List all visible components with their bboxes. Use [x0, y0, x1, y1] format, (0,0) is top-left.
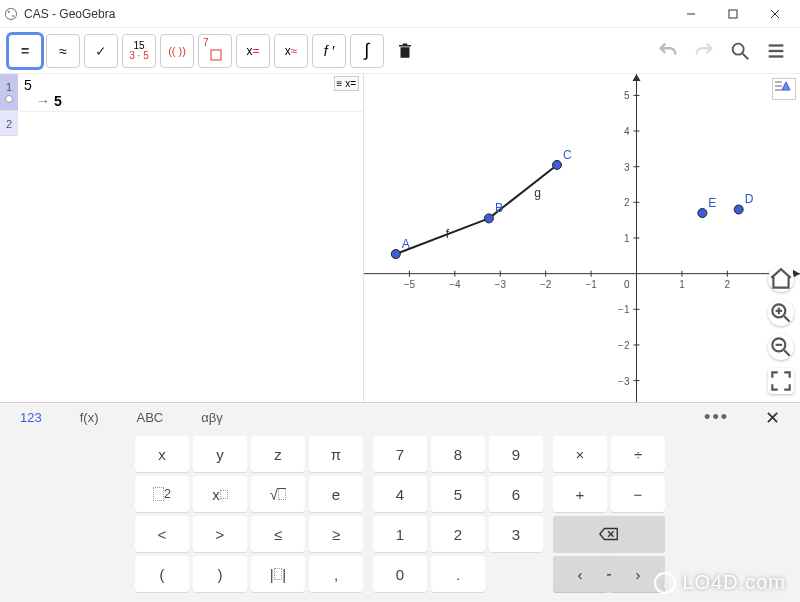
redo-button[interactable] [688, 35, 720, 67]
key-e[interactable]: e [309, 476, 363, 512]
svg-text:g: g [534, 186, 541, 200]
toolbar: = ≈ ✓ 15 3 · 5 (( )) 7 x= x≈ f ′ ∫ [0, 28, 800, 74]
cas-cell[interactable] [18, 112, 363, 136]
key-1[interactable]: 1 [373, 516, 427, 552]
maximize-button[interactable] [712, 0, 754, 28]
svg-text:1: 1 [679, 279, 685, 290]
cas-options-button[interactable]: ≡ x= [334, 76, 359, 91]
zoom-out-button[interactable] [768, 334, 794, 360]
key-⬚²[interactable]: 2 [135, 476, 189, 512]
substitute-button[interactable]: 7 [198, 34, 232, 68]
key-≥[interactable]: ≥ [309, 516, 363, 552]
undo-button[interactable] [652, 35, 684, 67]
approx-button[interactable]: ≈ [46, 34, 80, 68]
search-button[interactable] [724, 35, 756, 67]
svg-point-66 [698, 209, 707, 218]
key-left[interactable]: ‹ [553, 556, 607, 592]
key-backspace[interactable] [553, 516, 665, 552]
cas-visibility-toggle[interactable] [5, 95, 13, 103]
key-x[interactable]: x [135, 436, 189, 472]
key-5[interactable]: 5 [431, 476, 485, 512]
graph-style-button[interactable] [772, 78, 796, 100]
cas-row-number[interactable]: 1 [0, 74, 18, 111]
minimize-button[interactable] [670, 0, 712, 28]
kb-tab-fx[interactable]: f(x) [70, 404, 109, 431]
key-right[interactable]: › [611, 556, 665, 592]
graph-panel[interactable]: −5−4−3−2−1123−3−2−1123450fgABCDE [364, 74, 800, 402]
key-y[interactable]: y [193, 436, 247, 472]
kb-close-button[interactable]: ✕ [755, 407, 790, 429]
key-z[interactable]: z [251, 436, 305, 472]
titlebar: CAS - GeoGebra [0, 0, 800, 28]
key-+[interactable]: + [553, 476, 607, 512]
svg-marker-19 [793, 270, 800, 278]
key-4[interactable]: 4 [373, 476, 427, 512]
key-|⬚|[interactable]: | | [251, 556, 305, 592]
kb-more-button[interactable]: ••• [696, 407, 737, 428]
svg-point-60 [484, 214, 493, 223]
graph-canvas[interactable]: −5−4−3−2−1123−3−2−1123450fgABCDE [364, 74, 800, 402]
svg-rect-7 [211, 50, 221, 60]
key-6[interactable]: 6 [489, 476, 543, 512]
svg-text:C: C [563, 148, 572, 162]
fullscreen-button[interactable] [768, 368, 794, 394]
svg-text:4: 4 [624, 126, 630, 137]
key-xʸ[interactable]: x [193, 476, 247, 512]
key-×[interactable]: × [553, 436, 607, 472]
window-title: CAS - GeoGebra [24, 7, 115, 21]
key-8[interactable]: 8 [431, 436, 485, 472]
svg-text:−1: −1 [585, 279, 597, 290]
key-,[interactable]: , [309, 556, 363, 592]
home-button[interactable] [768, 266, 794, 292]
svg-text:−3: −3 [495, 279, 507, 290]
solve-button[interactable]: x= [236, 34, 270, 68]
cas-panel: ≡ x= 1 5 5 2 [0, 74, 364, 402]
key-2[interactable]: 2 [431, 516, 485, 552]
key-0[interactable]: 0 [373, 556, 427, 592]
key-)[interactable]: ) [193, 556, 247, 592]
virtual-keyboard: 123 f(x) ABC αβγ ••• ✕ xyzπ 2x √ e<>≤≥()… [0, 402, 800, 602]
derivative-button[interactable]: f ′ [312, 34, 346, 68]
key->[interactable]: > [193, 516, 247, 552]
keep-input-button[interactable]: ✓ [84, 34, 118, 68]
svg-text:−3: −3 [618, 376, 630, 387]
svg-text:1: 1 [624, 233, 630, 244]
cas-cell[interactable]: 5 5 [18, 74, 363, 111]
kb-tab-greek[interactable]: αβγ [191, 404, 233, 431]
key-9[interactable]: 9 [489, 436, 543, 472]
factor-button[interactable]: 15 3 · 5 [122, 34, 156, 68]
menu-button[interactable] [760, 35, 792, 67]
key-√⬚[interactable]: √ [251, 476, 305, 512]
delete-button[interactable] [388, 34, 422, 68]
svg-text:2: 2 [725, 279, 731, 290]
svg-text:B: B [495, 201, 503, 215]
cas-input: 5 [24, 77, 357, 93]
key-([interactable]: ( [135, 556, 189, 592]
svg-rect-4 [729, 10, 737, 18]
svg-text:−2: −2 [618, 340, 630, 351]
key-≤[interactable]: ≤ [251, 516, 305, 552]
key-−[interactable]: − [611, 476, 665, 512]
key-÷[interactable]: ÷ [611, 436, 665, 472]
svg-line-73 [784, 350, 789, 355]
zoom-in-button[interactable] [768, 300, 794, 326]
svg-text:D: D [745, 192, 754, 206]
key-7[interactable]: 7 [373, 436, 427, 472]
key-.[interactable]: . [431, 556, 485, 592]
svg-text:E: E [708, 196, 716, 210]
svg-point-8 [733, 43, 744, 54]
kb-tab-abc[interactable]: ABC [126, 404, 173, 431]
cas-row-number[interactable]: 2 [0, 112, 18, 136]
kb-tab-123[interactable]: 123 [10, 404, 52, 431]
nsolve-button[interactable]: x≈ [274, 34, 308, 68]
close-button[interactable] [754, 0, 796, 28]
key-3[interactable]: 3 [489, 516, 543, 552]
svg-point-2 [12, 15, 14, 17]
svg-text:−4: −4 [449, 279, 461, 290]
eval-button[interactable]: = [8, 34, 42, 68]
expand-button[interactable]: (( )) [160, 34, 194, 68]
key-π[interactable]: π [309, 436, 363, 472]
svg-point-0 [5, 8, 16, 19]
integral-button[interactable]: ∫ [350, 34, 384, 68]
key-<[interactable]: < [135, 516, 189, 552]
